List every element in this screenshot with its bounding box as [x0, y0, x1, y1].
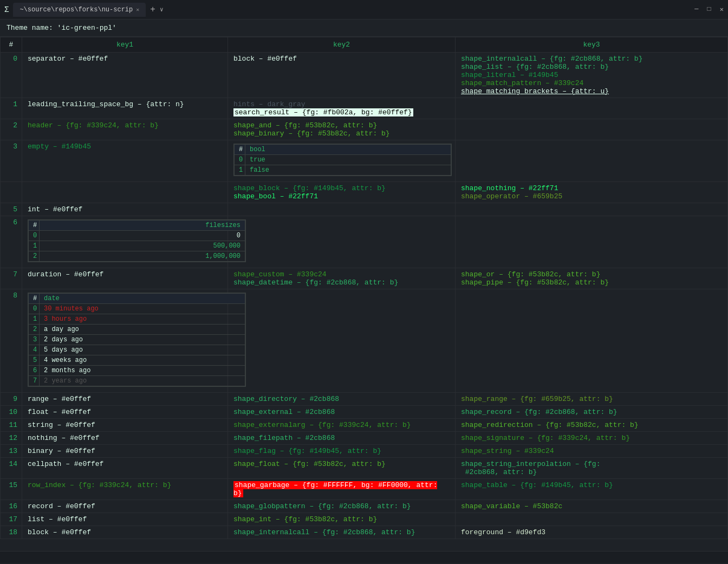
row-index: 16 — [1, 500, 22, 513]
close-button[interactable]: ✕ — [720, 5, 724, 14]
row-key2 — [228, 203, 456, 216]
row-key2: shape_externalarg – {fg: #339c24, attr: … — [228, 419, 456, 432]
row-key1: empty – #149b45 — [22, 140, 228, 182]
col-header-key3: key3 — [456, 37, 728, 53]
row-key3: shape_record – {fg: #2cb868, attr: b} — [456, 406, 728, 419]
new-tab-button[interactable]: + — [150, 5, 155, 15]
row-key3: shape_table – {fg: #149b45, attr: b} — [456, 479, 728, 500]
row-key1: int – #e0ffef — [22, 203, 228, 216]
row-key3: shape_string – #339c24 — [456, 445, 728, 458]
row-key1: header – {fg: #339c24, attr: b} — [22, 119, 228, 140]
row-key1: leading_trailing_space_bg – {attr: n} — [22, 98, 228, 119]
row-index: 7 — [1, 268, 22, 289]
row-key3: shape_internalcall – {fg: #2cb868, attr:… — [456, 53, 728, 98]
row-key1: duration – #e0ffef — [22, 268, 228, 289]
row-index: 2 — [1, 119, 22, 140]
row-key2: shape_directory – #2cb868 — [228, 393, 456, 406]
row-key1: record – #e0ffef — [22, 500, 228, 513]
table-row: shape_block – {fg: #149b45, attr: b} sha… — [1, 182, 728, 203]
row-index: 1 — [1, 98, 22, 119]
table-row: 16 record – #e0ffef shape_globpattern – … — [1, 500, 728, 513]
row-key1: range – #e0ffef — [22, 393, 228, 406]
col-header-hash: # — [1, 37, 22, 53]
theme-name-bar: Theme name: 'ic-green-ppl' — [0, 20, 728, 37]
row-key2: shape_filepath – #2cb868 — [228, 432, 456, 445]
row-key2: shape_external – #2cb868 — [228, 406, 456, 419]
row-key3 — [456, 513, 728, 526]
row-key3: shape_nothing – #22ff71 shape_operator –… — [456, 182, 728, 203]
row-index: 6 — [1, 216, 22, 268]
table-row: 10 float – #e0ffef shape_external – #2cb… — [1, 406, 728, 419]
row-key2: shape_internalcall – {fg: #2cb868, attr:… — [228, 526, 456, 539]
row-key3: shape_string_interpolation – {fg: #2cb86… — [456, 458, 728, 479]
row-key1: # filesizes 0 0 1 — [22, 216, 228, 268]
status-bar — [0, 551, 728, 563]
tab-close-icon[interactable]: ✕ — [136, 7, 139, 13]
status-text — [4, 554, 8, 560]
row-key1: block – #e0ffef — [22, 526, 228, 539]
row-key3 — [456, 203, 728, 216]
row-key1: # date 0 30 minutes ago 1 — [22, 289, 228, 393]
main-table-wrapper[interactable]: # key1 key2 key3 0 separator – #e0ffef b… — [0, 37, 728, 551]
row-key2 — [228, 289, 456, 393]
table-row: 1 leading_trailing_space_bg – {attr: n} … — [1, 98, 728, 119]
table-row: 14 cellpath – #e0ffef shape_float – {fg:… — [1, 458, 728, 479]
row-key3: shape_signature – {fg: #339c24, attr: b} — [456, 432, 728, 445]
table-row: 2 header – {fg: #339c24, attr: b} shape_… — [1, 119, 728, 140]
row-key3: foreground – #d9efd3 — [456, 526, 728, 539]
row-key3: shape_variable – #53b82c — [456, 500, 728, 513]
table-row: 7 duration – #e0ffef shape_custom – #339… — [1, 268, 728, 289]
table-row: 8 # date 0 — [1, 289, 728, 393]
row-index: 5 — [1, 203, 22, 216]
row-key1: list – #e0ffef — [22, 513, 228, 526]
row-index: 9 — [1, 393, 22, 406]
row-index: 10 — [1, 406, 22, 419]
row-index: 17 — [1, 513, 22, 526]
tab-label: ~\source\repos\forks\nu-scrip — [20, 6, 133, 14]
row-key1: string – #e0ffef — [22, 419, 228, 432]
row-key2 — [228, 216, 456, 268]
tab-dropdown-icon[interactable]: ∨ — [160, 6, 164, 13]
tab[interactable]: ~\source\repos\forks\nu-scrip ✕ — [13, 3, 146, 17]
row-key3 — [456, 98, 728, 119]
row-index: 8 — [1, 289, 22, 393]
main-table: # key1 key2 key3 0 separator – #e0ffef b… — [0, 37, 728, 539]
table-row: 3 empty – #149b45 # bool — [1, 140, 728, 182]
row-key1: row_index – {fg: #339c24, attr: b} — [22, 479, 228, 500]
col-header-key1: key1 — [22, 37, 228, 53]
window-controls: — □ ✕ — [694, 5, 724, 14]
row-key2: shape_and – {fg: #53b82c, attr: b} shape… — [228, 119, 456, 140]
table-row: 18 block – #e0ffef shape_internalcall – … — [1, 526, 728, 539]
table-row: 9 range – #e0ffef shape_directory – #2cb… — [1, 393, 728, 406]
row-key3: shape_range – {fg: #659b25, attr: b} — [456, 393, 728, 406]
minimize-button[interactable]: — — [694, 5, 698, 14]
row-index: 11 — [1, 419, 22, 432]
row-index: 14 — [1, 458, 22, 479]
table-row: 6 # filesizes 0 — [1, 216, 728, 268]
bool-inner-table: # bool 0 true 1 — [233, 144, 452, 176]
row-key2: shape_float – {fg: #53b82c, attr: b} — [228, 458, 456, 479]
table-row: 12 nothing – #e0ffef shape_filepath – #2… — [1, 432, 728, 445]
row-index: 13 — [1, 445, 22, 458]
row-key2: shape_block – {fg: #149b45, attr: b} sha… — [228, 182, 456, 203]
row-key2: shape_garbage – {fg: #FFFFFF, bg: #FF000… — [228, 479, 456, 500]
row-key2: # bool 0 true 1 — [228, 140, 456, 182]
row-index: 18 — [1, 526, 22, 539]
row-key2: hints – dark_gray search_result – {fg: #… — [228, 98, 456, 119]
theme-name-text: Theme name: 'ic-green-ppl' — [6, 24, 116, 32]
row-key3 — [456, 119, 728, 140]
table-row: 15 row_index – {fg: #339c24, attr: b} sh… — [1, 479, 728, 500]
row-index — [1, 182, 22, 203]
row-key1 — [22, 182, 228, 203]
filesizes-inner-table: # filesizes 0 0 1 — [28, 219, 246, 262]
row-index: 12 — [1, 432, 22, 445]
table-row: 5 int – #e0ffef — [1, 203, 728, 216]
app-icon: Σ — [4, 5, 9, 14]
maximize-button[interactable]: □ — [707, 5, 711, 14]
row-index: 3 — [1, 140, 22, 182]
table-row: 0 separator – #e0ffef block – #e0ffef sh… — [1, 53, 728, 98]
row-key3 — [456, 216, 728, 268]
table-row: 13 binary – #e0ffef shape_flag – {fg: #1… — [1, 445, 728, 458]
table-row: 17 list – #e0ffef shape_int – {fg: #53b8… — [1, 513, 728, 526]
row-key3: shape_redirection – {fg: #53b82c, attr: … — [456, 419, 728, 432]
